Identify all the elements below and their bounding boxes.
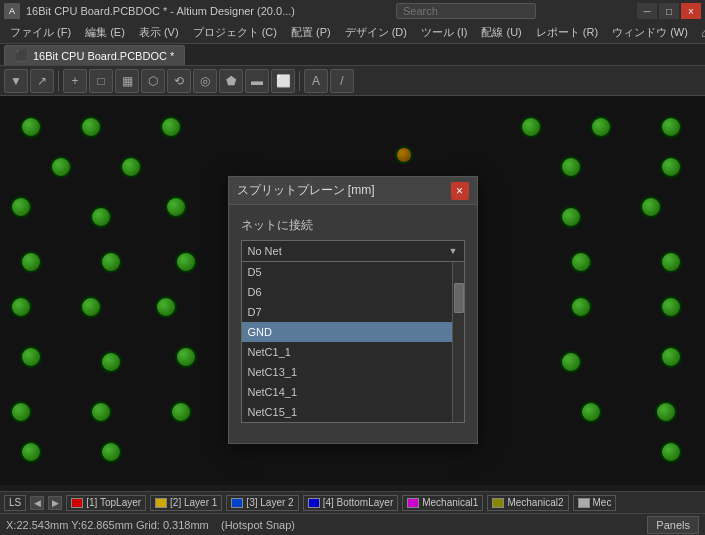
mech1-label: Mechanical1 <box>422 497 478 508</box>
dialog-close-button[interactable]: × <box>451 182 469 200</box>
menu-file[interactable]: ファイル (F) <box>4 23 77 42</box>
minimize-button[interactable]: ─ <box>637 3 657 19</box>
coordinate-info: X:22.543mm Y:62.865mm Grid: 0.318mm (Hot… <box>6 519 295 531</box>
menu-window[interactable]: ウィンドウ (W) <box>606 23 694 42</box>
layer-4-color <box>308 498 320 508</box>
mech1-color <box>407 498 419 508</box>
nav-next-button[interactable]: ▶ <box>48 496 62 510</box>
layer-2-label: [2] Layer 1 <box>170 497 217 508</box>
toolbar-box-btn[interactable]: ⬜ <box>271 69 295 93</box>
app-icon: A <box>4 3 20 19</box>
toolbar-text-btn[interactable]: A <box>304 69 328 93</box>
toolbar-target-btn[interactable]: ◎ <box>193 69 217 93</box>
pcb-tab[interactable]: ⬛ 16Bit CPU Board.PCBDOC * <box>4 45 185 65</box>
maximize-button[interactable]: □ <box>659 3 679 19</box>
mech2-indicator[interactable]: Mechanical2 <box>487 495 568 511</box>
home-icon[interactable]: ⌂ <box>696 24 705 42</box>
menu-place[interactable]: 配置 (P) <box>285 23 337 42</box>
toolbar-filter-btn[interactable]: ▼ <box>4 69 28 93</box>
layer-3-label: [3] Layer 2 <box>246 497 293 508</box>
net-item-netc14[interactable]: NetC14_1 <box>242 382 452 402</box>
mech2-color <box>492 498 504 508</box>
title-text: 16Bit CPU Board.PCBDOC * - Altium Design… <box>26 5 295 17</box>
toolbar: ▼ ↗ + □ ▦ ⬡ ⟲ ◎ ⬟ ▬ ⬜ A / <box>0 66 705 96</box>
nav-prev-button[interactable]: ◀ <box>30 496 44 510</box>
layer-3-indicator[interactable]: [3] Layer 2 <box>226 495 298 511</box>
menu-design[interactable]: デザイン (D) <box>339 23 413 42</box>
pcb-canvas[interactable]: スプリットプレーン [mm] × ネットに接続 No Net ▼ <box>0 96 705 485</box>
menu-reports[interactable]: レポート (R) <box>530 23 604 42</box>
dropdown-arrow-icon: ▼ <box>449 246 458 256</box>
net-item-d7[interactable]: D7 <box>242 302 452 322</box>
title-bar-controls: ─ □ × <box>637 3 701 19</box>
layer-4-label: [4] BottomLayer <box>323 497 394 508</box>
ls-label: LS <box>9 497 21 508</box>
selected-net-label: No Net <box>248 245 282 257</box>
layer-1-indicator[interactable]: [1] TopLayer <box>66 495 146 511</box>
dialog-body: ネットに接続 No Net ▼ D5 D6 D7 <box>229 205 477 443</box>
net-select-container: No Net ▼ D5 D6 D7 GND NetC1_1 N <box>241 240 465 423</box>
ls-indicator[interactable]: LS <box>4 495 26 511</box>
net-list-wrapper: D5 D6 D7 GND NetC1_1 NetC13_1 NetC14_1 N… <box>242 262 464 422</box>
net-item-d5[interactable]: D5 <box>242 262 452 282</box>
mech1-indicator[interactable]: Mechanical1 <box>402 495 483 511</box>
net-item-d6[interactable]: D6 <box>242 282 452 302</box>
mech3-color <box>578 498 590 508</box>
scrollbar-thumb[interactable] <box>454 283 464 313</box>
layer-2-indicator[interactable]: [2] Layer 1 <box>150 495 222 511</box>
toolbar-rect-btn[interactable]: □ <box>89 69 113 93</box>
snap-text: (Hotspot Snap) <box>221 519 295 531</box>
menu-tools[interactable]: ツール (I) <box>415 23 473 42</box>
menu-routing[interactable]: 配線 (U) <box>475 23 527 42</box>
toolbar-hex-btn[interactable]: ⬡ <box>141 69 165 93</box>
net-connect-label: ネットに接続 <box>241 217 465 234</box>
layer-2-color <box>155 498 167 508</box>
menu-view[interactable]: 表示 (V) <box>133 23 185 42</box>
net-item-gnd[interactable]: GND <box>242 322 452 342</box>
net-select-dropdown[interactable]: No Net ▼ <box>241 240 465 262</box>
split-plane-dialog: スプリットプレーン [mm] × ネットに接続 No Net ▼ <box>228 176 478 444</box>
dialog-overlay: スプリットプレーン [mm] × ネットに接続 No Net ▼ <box>0 96 705 485</box>
dialog-title: スプリットプレーン [mm] <box>237 182 375 199</box>
net-item-netc15[interactable]: NetC15_1 <box>242 402 452 422</box>
coords-text: X:22.543mm Y:62.865mm Grid: 0.318mm <box>6 519 209 531</box>
toolbar-arrow-btn[interactable]: ↗ <box>30 69 54 93</box>
layer-1-label: [1] TopLayer <box>86 497 141 508</box>
toolbar-sep-1 <box>58 71 59 91</box>
toolbar-sep-2 <box>299 71 300 91</box>
dialog-titlebar: スプリットプレーン [mm] × <box>229 177 477 205</box>
net-scrollbar[interactable] <box>452 262 464 422</box>
net-list: D5 D6 D7 GND NetC1_1 NetC13_1 NetC14_1 N… <box>241 262 465 423</box>
tab-bar: ⬛ 16Bit CPU Board.PCBDOC * <box>0 44 705 66</box>
toolbar-poly-btn[interactable]: ⬟ <box>219 69 243 93</box>
layer-3-color <box>231 498 243 508</box>
menu-bar-right: ⌂ ⚙ 👤 ヘルプ (H) <box>696 23 705 42</box>
mech3-label: Mec <box>593 497 612 508</box>
toolbar-line2-btn[interactable]: / <box>330 69 354 93</box>
mech2-label: Mechanical2 <box>507 497 563 508</box>
mech3-indicator[interactable]: Mec <box>573 495 617 511</box>
title-bar-left: A 16Bit CPU Board.PCBDOC * - Altium Desi… <box>4 3 295 19</box>
toolbar-line-btn[interactable]: ▬ <box>245 69 269 93</box>
tab-label: 16Bit CPU Board.PCBDOC * <box>33 50 174 62</box>
toolbar-rotate-btn[interactable]: ⟲ <box>167 69 191 93</box>
layer-1-color <box>71 498 83 508</box>
tab-dot: ⬛ <box>15 49 29 62</box>
app-close-button[interactable]: × <box>681 3 701 19</box>
net-item-netc1[interactable]: NetC1_1 <box>242 342 452 362</box>
title-bar: A 16Bit CPU Board.PCBDOC * - Altium Desi… <box>0 0 705 22</box>
menu-project[interactable]: プロジェクト (C) <box>187 23 283 42</box>
status-bar: LS ◀ ▶ [1] TopLayer [2] Layer 1 [3] Laye… <box>0 491 705 513</box>
panels-button[interactable]: Panels <box>647 516 699 534</box>
net-item-netc13[interactable]: NetC13_1 <box>242 362 452 382</box>
layer-4-indicator[interactable]: [4] BottomLayer <box>303 495 399 511</box>
menu-bar: ファイル (F) 編集 (E) 表示 (V) プロジェクト (C) 配置 (P)… <box>0 22 705 44</box>
menu-edit[interactable]: 編集 (E) <box>79 23 131 42</box>
search-input[interactable] <box>396 3 536 19</box>
info-bar: X:22.543mm Y:62.865mm Grid: 0.318mm (Hot… <box>0 513 705 535</box>
toolbar-add-btn[interactable]: + <box>63 69 87 93</box>
toolbar-grid-btn[interactable]: ▦ <box>115 69 139 93</box>
net-list-items: D5 D6 D7 GND NetC1_1 NetC13_1 NetC14_1 N… <box>242 262 452 422</box>
